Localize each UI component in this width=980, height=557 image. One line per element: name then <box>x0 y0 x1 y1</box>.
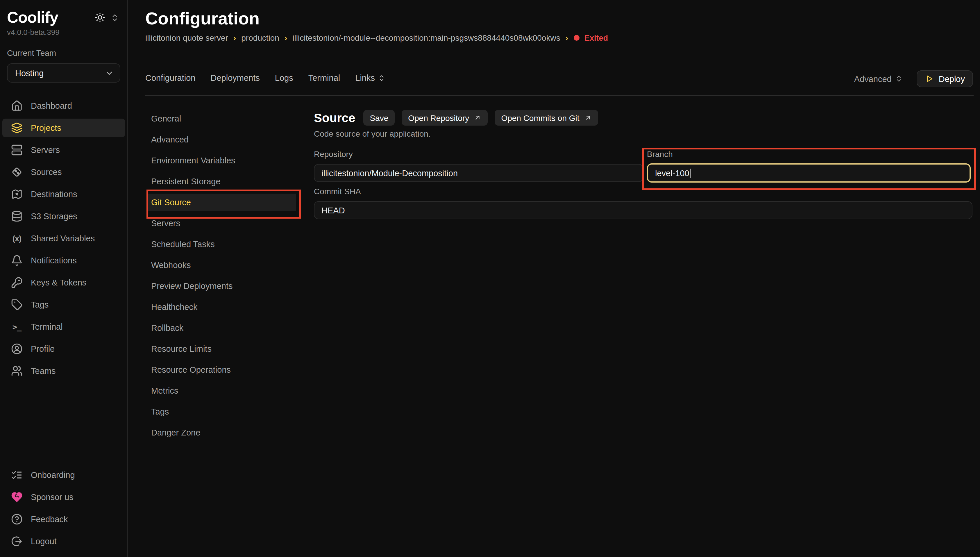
open-commits-button[interactable]: Open Commits on Git <box>495 110 598 125</box>
app-logo: Coolify <box>7 8 58 27</box>
source-header-row: Source Save Open Repository Open Commits… <box>314 110 598 125</box>
subnav-item-preview-deployments[interactable]: Preview Deployments <box>145 279 296 293</box>
tabs-divider <box>145 95 973 96</box>
sidebar-item-servers[interactable]: Servers <box>2 141 125 159</box>
chevrons-up-down-icon[interactable] <box>111 13 119 22</box>
subnav-item-advanced[interactable]: Advanced <box>145 133 296 147</box>
sidebar-item-notifications[interactable]: Notifications <box>2 251 125 270</box>
open-repository-button[interactable]: Open Repository <box>401 110 488 125</box>
git-icon <box>11 166 23 178</box>
subnav-item-environment-variables[interactable]: Environment Variables <box>145 153 296 168</box>
sidebar-item-onboarding[interactable]: Onboarding <box>2 466 125 484</box>
subnav-item-resource-operations[interactable]: Resource Operations <box>145 363 296 377</box>
breadcrumb-environment[interactable]: production <box>241 33 279 42</box>
tab-terminal[interactable]: Terminal <box>308 73 340 83</box>
sidebar-item-s3-storages[interactable]: S3 Storages <box>2 207 125 226</box>
sidebar-item-label: Projects <box>31 123 61 133</box>
advanced-label: Advanced <box>854 74 892 83</box>
key-icon <box>11 277 23 288</box>
branch-value: level-100 <box>655 168 689 178</box>
subnav-item-healthcheck[interactable]: Healthcheck <box>145 300 296 314</box>
sidebar-item-feedback[interactable]: Feedback <box>2 510 125 529</box>
bell-icon <box>11 255 23 266</box>
sidebar-item-sponsor-us[interactable]: Sponsor us <box>2 488 125 507</box>
tab-configuration[interactable]: Configuration <box>145 73 196 83</box>
heart-handshake-icon <box>11 491 23 503</box>
sidebar-bottom-nav: Onboarding Sponsor us Feedback Logout <box>0 466 127 557</box>
database-icon <box>11 210 23 222</box>
sidebar-item-teams[interactable]: Teams <box>2 362 125 380</box>
chevrons-up-down-icon <box>378 74 385 82</box>
open-repository-label: Open Repository <box>408 113 469 122</box>
subnav-item-general[interactable]: General <box>145 112 296 125</box>
external-link-icon <box>584 114 592 122</box>
subnav-item-persistent-storage[interactable]: Persistent Storage <box>145 174 296 188</box>
tab-label: Logs <box>275 73 293 83</box>
sidebar-header: Coolify v4.0.0-beta.399 Current Team Hos… <box>0 0 127 83</box>
app-version: v4.0.0-beta.399 <box>7 28 120 37</box>
subnav-item-metrics[interactable]: Metrics <box>145 384 296 398</box>
sidebar-item-label: Servers <box>31 145 60 155</box>
sidebar-item-label: Notifications <box>31 256 77 265</box>
breadcrumb-project[interactable]: illicitonion quote server <box>145 33 228 42</box>
tab-links[interactable]: Links <box>355 73 385 83</box>
tag-icon <box>11 299 23 311</box>
status-dot-icon <box>574 35 579 41</box>
sidebar-item-label: Terminal <box>31 322 63 331</box>
sidebar-item-projects[interactable]: Projects <box>2 119 125 137</box>
save-button[interactable]: Save <box>363 110 395 125</box>
open-commits-label: Open Commits on Git <box>501 113 579 122</box>
sidebar-item-label: Tags <box>31 300 49 309</box>
external-link-icon <box>474 114 481 122</box>
terminal-icon: >_ <box>11 321 23 332</box>
sidebar-item-destinations[interactable]: Destinations <box>2 185 125 204</box>
sidebar-nav: Dashboard Projects Servers Sources Desti… <box>0 96 127 380</box>
sidebar-item-label: Teams <box>31 366 55 376</box>
subnav-item-servers[interactable]: Servers <box>145 216 296 230</box>
sidebar-item-tags[interactable]: Tags <box>2 295 125 314</box>
sidebar-item-label: Onboarding <box>31 471 75 480</box>
chevrons-up-down-icon <box>895 75 903 83</box>
subnav-item-scheduled-tasks[interactable]: Scheduled Tasks <box>145 237 296 251</box>
tab-logs[interactable]: Logs <box>275 73 293 83</box>
sidebar-item-label: Sponsor us <box>31 492 73 502</box>
subnav-item-webhooks[interactable]: Webhooks <box>145 258 296 272</box>
list-checks-icon <box>11 469 23 481</box>
breadcrumb-application[interactable]: illicitestonion/-module--decomposition:m… <box>293 33 560 42</box>
sidebar-item-sources[interactable]: Sources <box>2 163 125 181</box>
team-select[interactable]: Hosting <box>7 64 120 83</box>
source-heading: Source <box>314 111 355 125</box>
subnav-item-git-source[interactable]: Git Source <box>148 194 296 211</box>
sidebar-item-label: Logout <box>31 537 57 546</box>
commit-sha-input[interactable]: HEAD <box>314 201 972 219</box>
sidebar-item-shared-variables[interactable]: (x) Shared Variables <box>2 229 125 248</box>
home-icon <box>11 100 23 112</box>
tab-label: Configuration <box>145 73 196 83</box>
play-icon <box>925 75 933 83</box>
repository-input[interactable]: illicitestonion/Module-Decomposition <box>314 164 644 182</box>
sidebar-item-dashboard[interactable]: Dashboard <box>2 96 125 115</box>
subnav-item-resource-limits[interactable]: Resource Limits <box>145 342 296 356</box>
text-cursor <box>690 168 691 178</box>
commit-sha-value: HEAD <box>322 205 345 215</box>
help-circle-icon <box>11 513 23 525</box>
theme-sun-icon[interactable] <box>95 12 105 23</box>
advanced-dropdown[interactable]: Advanced <box>854 74 903 83</box>
tab-deployments[interactable]: Deployments <box>211 73 260 83</box>
top-actions: Advanced Deploy <box>854 70 973 87</box>
map-icon <box>11 188 23 200</box>
subnav-item-tags[interactable]: Tags <box>145 405 296 419</box>
sidebar-item-terminal[interactable]: >_ Terminal <box>2 318 125 336</box>
sidebar-item-logout[interactable]: Logout <box>2 532 125 550</box>
sidebar-item-profile[interactable]: Profile <box>2 340 125 358</box>
subnav-item-danger-zone[interactable]: Danger Zone <box>145 426 296 440</box>
team-select-value: Hosting <box>15 68 44 78</box>
sidebar-item-label: S3 Storages <box>31 212 77 221</box>
subnav-item-rollback[interactable]: Rollback <box>145 321 296 335</box>
sidebar-item-keys-tokens[interactable]: Keys & Tokens <box>2 273 125 292</box>
branch-input[interactable]: level-100 <box>647 163 971 182</box>
sidebar-item-label: Destinations <box>31 189 77 199</box>
deploy-button[interactable]: Deploy <box>917 70 973 87</box>
repository-label: Repository <box>314 150 353 159</box>
sidebar-item-label: Shared Variables <box>31 234 95 243</box>
